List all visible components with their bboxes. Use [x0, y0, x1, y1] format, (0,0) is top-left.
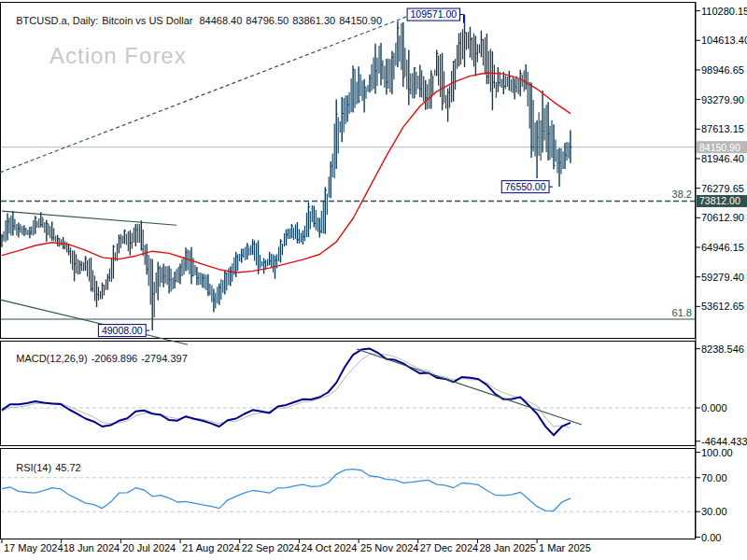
ohlc-low: 83861.30 [292, 15, 335, 26]
fib-tag-38.2: 38.2 [672, 189, 692, 200]
instrument-description: Bitcoin vs US Dollar [102, 15, 192, 26]
svg-text:70.00: 70.00 [701, 472, 727, 483]
date-label: 17 May 2024 [4, 542, 63, 553]
svg-text:53612.65: 53612.65 [701, 301, 744, 312]
price-label-76550.00: 76550.00 [501, 181, 553, 193]
macd-indicator-label: MACD(12,26,9)-2069.896-2794.397 [5, 342, 191, 375]
chart-header: BTCUSD.a, Daily:Bitcoin vs US Dollar8446… [5, 4, 386, 37]
svg-text:84150.90: 84150.90 [699, 142, 740, 153]
date-label: 25 Nov 2024 [360, 542, 418, 553]
rsi-name: RSI(14) [16, 462, 51, 473]
svg-text:0.00: 0.00 [701, 532, 721, 543]
rsi-indicator-label: RSI(14)45.72 [5, 451, 85, 484]
date-label: 1 Mar 2025 [539, 542, 591, 553]
pane-frames [1, 3, 696, 539]
symbol-period-label: BTCUSD.a, Daily: [16, 15, 98, 26]
svg-text:73812.00: 73812.00 [699, 195, 740, 206]
date-label: 22 Sep 2024 [242, 542, 300, 553]
svg-text:93279.90: 93279.90 [701, 94, 744, 105]
svg-text:59279.40: 59279.40 [701, 272, 744, 283]
svg-text:8238.546: 8238.546 [701, 343, 744, 355]
date-label: 18 Jun 2024 [63, 542, 120, 553]
ohlc-close: 84150.90 [339, 15, 382, 26]
axis-box-73812.00: 73812.00 [697, 195, 747, 207]
svg-text:0.000: 0.000 [701, 402, 727, 413]
svg-text:87613.15: 87613.15 [701, 123, 744, 134]
date-axis[interactable]: 17 May 202418 Jun 202420 Jul 202421 Aug … [2, 539, 591, 553]
svg-text:49008.00: 49008.00 [102, 325, 143, 336]
price-axis[interactable]: 110280.15104613.4098946.6593279.9087613.… [696, 2, 747, 543]
rsi-pane[interactable] [1, 449, 696, 539]
macd-value-2: -2794.397 [141, 353, 188, 364]
svg-text:109571.00: 109571.00 [410, 8, 457, 20]
ohlc-open: 84468.40 [199, 15, 242, 26]
chart-canvas[interactable]: 38.261.8109571.0076550.0049008.00110280.… [0, 0, 747, 560]
svg-text:110280.15: 110280.15 [701, 6, 747, 17]
fib-tag-61.8: 61.8 [672, 307, 692, 318]
svg-text:76279.65: 76279.65 [701, 183, 744, 194]
svg-text:98946.65: 98946.65 [701, 64, 744, 76]
rsi-value: 45.72 [55, 462, 81, 473]
date-label: 21 Aug 2024 [182, 542, 240, 553]
date-label: 28 Jan 2025 [479, 542, 536, 553]
svg-text:100.00: 100.00 [701, 447, 733, 458]
axis-box-84150.90: 84150.90 [697, 141, 747, 153]
date-label: 24 Oct 2024 [301, 542, 357, 553]
svg-text:76550.00: 76550.00 [505, 181, 546, 192]
svg-text:-4644.433: -4644.433 [701, 436, 747, 447]
svg-text:104613.40: 104613.40 [701, 35, 747, 46]
mt4-chart-window: 38.261.8109571.0076550.0049008.00110280.… [0, 0, 747, 560]
svg-text:30.00: 30.00 [701, 506, 727, 517]
svg-text:81946.40: 81946.40 [701, 153, 744, 164]
svg-text:64946.15: 64946.15 [701, 242, 744, 253]
macd-name: MACD(12,26,9) [16, 353, 87, 364]
price-label-109571.00: 109571.00 [407, 8, 463, 23]
macd-value-1: -2069.896 [92, 353, 138, 364]
date-label: 27 Dec 2024 [420, 542, 478, 553]
price-label-49008.00: 49008.00 [98, 325, 149, 337]
ohlc-high: 84796.50 [246, 15, 289, 26]
watermark: Action Forex [49, 43, 187, 69]
date-label: 20 Jul 2024 [122, 542, 176, 553]
svg-text:70612.90: 70612.90 [701, 212, 744, 223]
